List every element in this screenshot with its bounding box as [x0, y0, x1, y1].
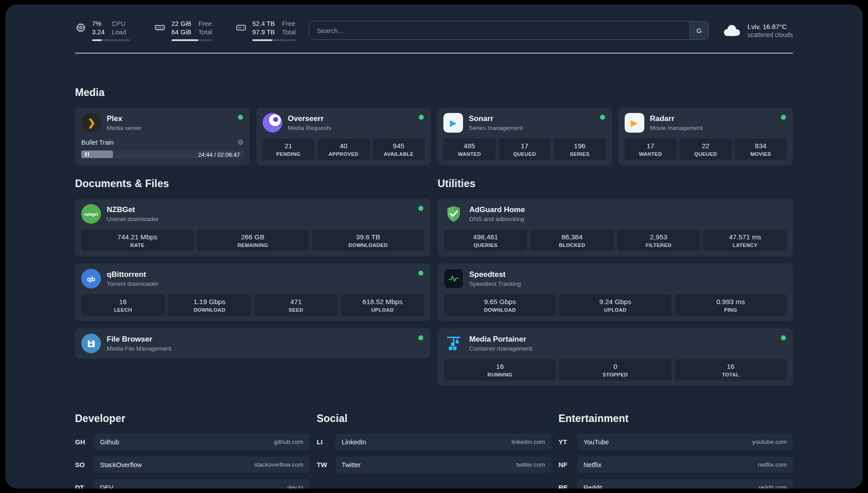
stat-tile: 16 RUNNING: [444, 359, 556, 380]
stat-tile: 945 AVAILABLE: [373, 138, 425, 160]
dashboard-page: 7%3.24 CPULoad: [5, 4, 863, 489]
bookmark-name: Github: [100, 439, 119, 446]
section-title-developer: Developer: [75, 413, 309, 425]
service-subtitle: DNS and adblocking: [469, 216, 525, 222]
service-subtitle: Media Requests: [288, 125, 332, 131]
weather-location: Lviv, 16.87°C: [747, 23, 793, 30]
bookmark-youtube[interactable]: YT YouTube youtube.com: [559, 434, 793, 450]
bookmark-reddit[interactable]: RE Reddit reddit.com: [559, 479, 793, 489]
section-title-utilities: Utilities: [438, 178, 793, 190]
service-subtitle: Usenet downloader: [107, 216, 159, 222]
now-playing-title: Bullet Train: [81, 139, 114, 146]
service-name: Plex: [107, 114, 142, 123]
service-subtitle: Speedtest Tracking: [469, 280, 521, 287]
bookmark-url: twitter.com: [516, 461, 545, 468]
service-subtitle: Container management: [469, 345, 532, 352]
section-title-entertainment: Entertainment: [559, 413, 793, 425]
disk-icon: [235, 22, 247, 33]
bookmark-abbr: TW: [317, 461, 335, 468]
service-name: AdGuard Home: [469, 205, 525, 214]
bookmark-stackoverflow[interactable]: SO StackOverflow stackoverflow.com: [75, 456, 309, 473]
header-divider: [75, 53, 793, 54]
bookmark-name: StackOverflow: [100, 461, 142, 468]
bookmark-name: Netflix: [584, 461, 601, 468]
service-card-plex[interactable]: ❯ Plex Media server Bullet Train ⚙: [75, 108, 250, 165]
stat-tile: 17 WANTED: [625, 138, 677, 160]
section-title-documents: Documents & Files: [75, 178, 430, 190]
bookmark-group-social: Social LI LinkedIn linkedin.com TW Twitt…: [317, 413, 551, 489]
playback-time: 24:44 / 02:06:47: [198, 151, 240, 158]
service-card-speedtest[interactable]: Speedtest Speedtest Tracking 9.65 Gbps D…: [438, 263, 793, 321]
service-name: Radarr: [650, 114, 703, 123]
service-card-sonarr[interactable]: ▶ Sonarr Series management 485 WANTED 17: [437, 108, 612, 165]
bookmark-url: linkedin.com: [512, 439, 545, 445]
stat-tile: 196 SERIES: [554, 138, 606, 160]
service-card-filebrowser[interactable]: File Browser Media File Management: [75, 328, 430, 359]
service-card-overseerr[interactable]: Overseerr Media Requests 21 PENDING 40 A…: [256, 108, 431, 165]
bookmark-twitter[interactable]: TW Twitter twitter.com: [317, 456, 551, 473]
service-subtitle: Series management: [469, 125, 523, 131]
service-card-radarr[interactable]: ▶ Radarr Movie management 17 WANTED 22: [618, 108, 793, 165]
section-utilities: Utilities AdGuard Home: [438, 178, 793, 386]
section-title-social: Social: [317, 413, 551, 425]
memory-usage-widget: 22 GiB64 GiB FreeTotal: [154, 20, 212, 41]
stat-tile: 1.19 Gbps DOWNLOAD: [168, 294, 251, 316]
bookmark-name: LinkedIn: [342, 439, 366, 446]
disk-progress-bar: [252, 39, 296, 41]
bookmark-url: stackoverflow.com: [254, 461, 303, 468]
service-card-portainer[interactable]: Media Portainer Container management 16 …: [438, 328, 793, 386]
bookmark-dev[interactable]: DT DEV dev.to: [75, 479, 309, 489]
cpu-progress-bar: [92, 39, 130, 41]
stat-tile: 16 LEECH: [81, 294, 165, 316]
section-media: Media ❯ Plex Media server Bullet Train ⚙: [75, 87, 793, 165]
disk-usage-widget: 52.4 TB97.9 TB FreeTotal: [235, 20, 296, 41]
stat-tile: 834 MOVIES: [735, 138, 787, 160]
bookmark-abbr: GH: [75, 438, 94, 446]
service-card-adguard[interactable]: AdGuard Home DNS and adblocking 498,461 …: [438, 199, 793, 256]
playback-progress-fill: [81, 150, 113, 158]
service-card-nzbget[interactable]: nzbget NZBGet Usenet downloader 744.21 M…: [75, 199, 430, 256]
status-dot: [600, 115, 605, 120]
bookmark-name: YouTube: [584, 439, 609, 446]
memory-values: 22 GiB64 GiB: [171, 20, 191, 37]
bookmark-url: reddit.com: [759, 484, 787, 489]
search-input[interactable]: [309, 21, 689, 39]
adguard-icon: [444, 204, 463, 224]
search-bar[interactable]: G: [309, 21, 709, 40]
bookmark-linkedin[interactable]: LI LinkedIn linkedin.com: [317, 434, 551, 450]
stat-tile: 498,461 QUERIES: [444, 230, 527, 251]
service-name: File Browser: [107, 335, 171, 344]
nzbget-icon: nzbget: [81, 204, 101, 224]
service-name: qBittorrent: [107, 270, 159, 279]
service-card-qbittorrent[interactable]: qb qBittorrent Torrent downloader 16 LEE…: [75, 263, 430, 321]
qbittorrent-icon: qb: [81, 269, 101, 288]
memory-icon: [154, 22, 166, 33]
gear-icon[interactable]: ⚙: [237, 138, 243, 146]
filebrowser-icon: [81, 334, 101, 353]
pause-icon[interactable]: [85, 152, 89, 156]
search-provider-button[interactable]: G: [689, 21, 708, 39]
bookmark-name: Twitter: [342, 461, 361, 468]
stat-tile: 9.65 Gbps DOWNLOAD: [444, 294, 556, 316]
bookmark-netflix[interactable]: NF Netflix netflix.com: [559, 456, 793, 473]
bookmark-url: github.com: [274, 439, 303, 445]
bookmark-abbr: SO: [75, 461, 94, 468]
cpu-usage-widget: 7%3.24 CPULoad: [75, 20, 130, 41]
stat-tile: 0.993 ms PING: [675, 294, 787, 316]
stat-tile: 21 PENDING: [263, 138, 315, 160]
stat-tile: 9.24 Gbps UPLOAD: [559, 294, 671, 316]
service-name: Speedtest: [469, 270, 521, 279]
bookmark-url: youtube.com: [752, 439, 787, 445]
stat-tile: 22 QUEUED: [680, 138, 732, 160]
system-metrics: 7%3.24 CPULoad: [75, 20, 296, 41]
status-dot: [238, 115, 243, 120]
stat-tile: 485 WANTED: [443, 138, 496, 160]
weather-condition: scattered clouds: [747, 31, 793, 38]
bookmark-github[interactable]: GH Github github.com: [75, 434, 309, 450]
service-name: Sonarr: [469, 114, 523, 123]
service-subtitle: Movie management: [650, 125, 703, 131]
overseerr-icon: [263, 113, 282, 133]
bookmark-abbr: NF: [559, 461, 577, 468]
disk-labels: FreeTotal: [282, 20, 296, 37]
playback-progress-bar[interactable]: 24:44 / 02:06:47: [81, 150, 244, 158]
